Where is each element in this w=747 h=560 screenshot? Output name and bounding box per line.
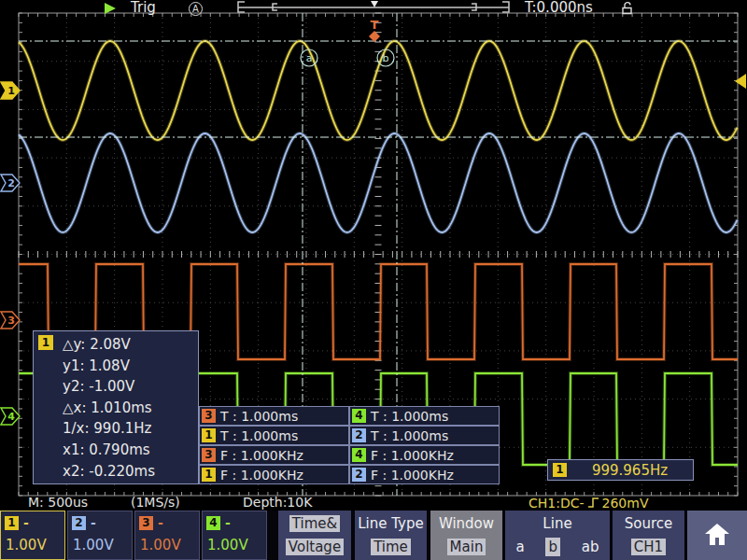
measurement-value: F : 1.000KHz: [220, 468, 303, 483]
measurement-value: F : 1.000KHz: [371, 448, 454, 463]
trigger-level-arrow[interactable]: [735, 74, 746, 89]
menu-window-softkey[interactable]: WindowMain: [430, 511, 502, 560]
trigger-settings-readout: CH1:DC- 260mV: [529, 496, 648, 511]
menu-window-label-0[interactable]: Window: [439, 515, 494, 532]
menu-time-voltage-label-0[interactable]: Time&: [289, 515, 340, 532]
record-depth-readout: Depth:10K: [243, 496, 312, 510]
menu-line-type-label-1[interactable]: Time: [371, 539, 411, 555]
channel-badge: 1: [202, 428, 216, 442]
cursor-reading-4: 1/x: 990.1Hz: [63, 418, 155, 440]
measurement-value: F : 1.000KHz: [220, 448, 303, 463]
menu-cursor-line-option-b[interactable]: b: [545, 538, 560, 556]
frequency-counter: 1 999.965Hz: [547, 459, 694, 481]
oscilloscope-screen: abT1234 Trig A T:0.000ns 1 △y: 2.08Vy1: …: [0, 0, 747, 560]
svg-text:4: 4: [7, 411, 15, 423]
measurement-value: T : 1.000ms: [220, 428, 298, 443]
trigger-source-label: CH1:DC-: [529, 497, 585, 511]
channel-badge: 2: [352, 428, 366, 442]
channel-coupling-label: -: [158, 515, 163, 530]
measurement-cell-ch1: 1F : 1.000KHz: [199, 465, 349, 484]
channel-2-position-marker[interactable]: 2: [1, 175, 20, 191]
channel-number-badge: 1: [5, 516, 19, 530]
measurement-value: F : 1.000KHz: [371, 468, 454, 483]
menu-window-label-1[interactable]: Main: [447, 539, 486, 555]
channel-badge: 1: [202, 468, 216, 482]
channel-badge: 4: [352, 448, 366, 462]
svg-text:3: 3: [7, 315, 15, 327]
memory-position-bar: [238, 1, 509, 12]
sample-rate-readout: (1MS/s): [131, 496, 180, 510]
measurement-cell-ch4: 4T : 1.000ms: [349, 406, 500, 426]
measurement-cell-ch2: 2T : 1.000ms: [349, 426, 500, 445]
cursor-source-channel-badge: 1: [38, 335, 53, 350]
auto-acquire-icon: A: [189, 2, 203, 16]
channel-coupling-label: -: [23, 515, 29, 530]
cursor-reading-3: △x: 1.010ms: [63, 398, 155, 419]
channel-scale-value: 1.00V: [207, 537, 248, 553]
cursor-a-label: a: [301, 49, 317, 66]
menu-home-button[interactable]: [687, 511, 747, 560]
menu-source-label-0[interactable]: Source: [625, 515, 673, 532]
trigger-position-marker[interactable]: T: [369, 18, 380, 42]
channel-2-box[interactable]: 2-1.00V: [67, 511, 133, 560]
menu-source-label-1[interactable]: CH1: [631, 539, 666, 555]
trigger-time-readout: T:0.000ns: [525, 1, 593, 15]
channel-1-box[interactable]: 1-1.00V: [0, 511, 65, 560]
channel-1-position-marker[interactable]: 1: [1, 82, 20, 99]
channel-badge: 4: [352, 409, 366, 423]
channel-scale-value: 1.00V: [140, 537, 181, 553]
menu-source-softkey[interactable]: SourceCH1: [613, 511, 684, 560]
measurement-value: T : 1.000ms: [220, 409, 298, 424]
measurement-cell-ch4: 4F : 1.000KHz: [349, 445, 500, 465]
measurement-cell-ch3: 3T : 1.000ms: [199, 406, 349, 426]
svg-text:1: 1: [7, 85, 15, 97]
measurement-cell-ch3: 3F : 1.000KHz: [199, 445, 349, 465]
unlock-icon: [620, 1, 635, 19]
measurement-cell-ch2: 2F : 1.000KHz: [349, 465, 500, 484]
channel-3-position-marker[interactable]: 3: [1, 312, 20, 329]
measurement-value: T : 1.000ms: [371, 409, 448, 424]
svg-text:b: b: [383, 52, 389, 64]
menu-cursor-line-softkey[interactable]: Lineabab: [505, 511, 610, 560]
cursor-reading-1: y1: 1.08V: [63, 356, 155, 377]
channel-scale-value: 1.00V: [6, 537, 47, 553]
channel-scale-value: 1.00V: [73, 537, 114, 553]
channel-coupling-label: -: [225, 515, 231, 530]
channel-number-badge: 3: [139, 516, 153, 530]
menu-line-type-label-0[interactable]: Line Type: [358, 515, 423, 532]
channel-badge: 2: [352, 468, 366, 482]
freq-counter-value: 999.965Hz: [567, 462, 693, 479]
trigger-level-value: 260mV: [602, 497, 649, 511]
channel-badge: 3: [202, 448, 216, 462]
cursor-reading-0: △y: 2.08V: [63, 334, 155, 356]
measurement-cell-ch1: 1T : 1.000ms: [199, 426, 349, 445]
svg-text:T: T: [371, 18, 379, 32]
menu-line-type-softkey[interactable]: Line TypeTime: [355, 511, 427, 560]
channel-number-badge: 4: [206, 516, 220, 530]
channel-coupling-label: -: [91, 515, 96, 530]
measurement-value: T : 1.000ms: [371, 428, 448, 443]
menu-cursor-line-option-a[interactable]: a: [515, 538, 524, 556]
channel-4-box[interactable]: 4-1.00V: [202, 511, 267, 560]
menu-time-voltage-softkey[interactable]: Time&Voltage: [278, 511, 351, 560]
rising-edge-icon: [587, 496, 599, 511]
trig-status-label: Trig: [131, 1, 156, 15]
menu-time-voltage-label-1[interactable]: Voltage: [286, 539, 344, 555]
home-icon: [704, 523, 730, 547]
freq-counter-channel-badge: 1: [553, 463, 567, 477]
cursor-measurement-panel: 1 △y: 2.08Vy1: 1.08Vy2: -1.00V△x: 1.010m…: [33, 330, 199, 484]
channel-4-position-marker[interactable]: 4: [1, 408, 20, 425]
menu-cursor-line-label-0[interactable]: Line: [543, 515, 571, 532]
timebase-readout: M: 500us: [28, 496, 88, 510]
cursor-reading-6: x2: -0.220ms: [63, 461, 155, 483]
run-state-play-icon: [105, 3, 116, 14]
svg-text:a: a: [306, 52, 313, 64]
svg-text:2: 2: [7, 177, 15, 189]
cursor-reading-5: x1: 0.790ms: [63, 440, 155, 461]
menu-cursor-line-option-ab[interactable]: ab: [582, 538, 599, 556]
channel-number-badge: 2: [72, 516, 86, 530]
channel-badge: 3: [202, 409, 216, 423]
cursor-reading-2: y2: -1.00V: [63, 376, 155, 398]
channel-3-box[interactable]: 3-1.00V: [134, 511, 200, 560]
bottom-menu-bar: 1-1.00V2-1.00V3-1.00V4-1.00V Time&Voltag…: [0, 511, 747, 560]
